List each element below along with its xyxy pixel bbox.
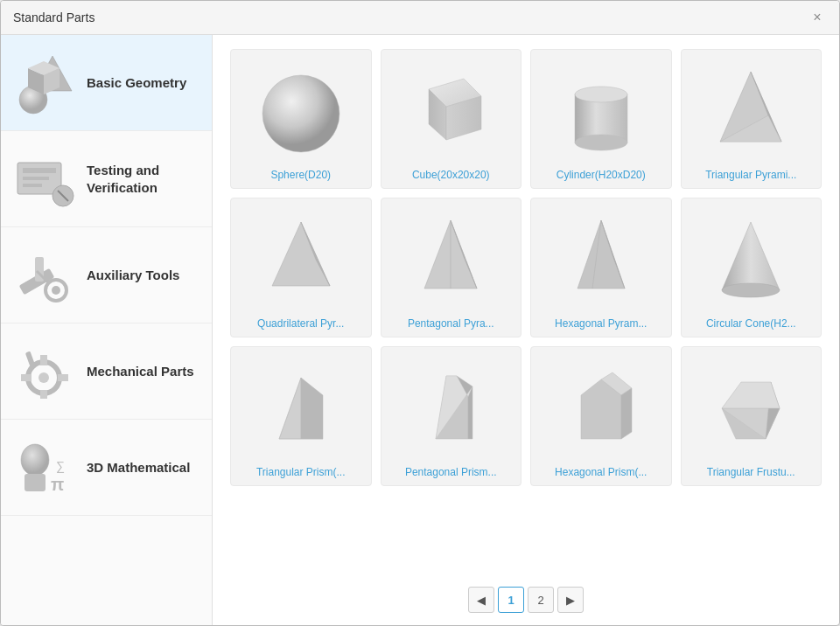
sidebar-item-label-mechanical-parts: Mechanical Parts — [87, 363, 194, 380]
shape-preview-circular-cone — [690, 207, 812, 312]
basic-geometry-icon — [10, 48, 80, 118]
svg-text:∑: ∑ — [56, 459, 65, 473]
shape-preview-cube — [389, 59, 512, 163]
svg-rect-21 — [58, 374, 68, 381]
svg-point-17 — [38, 372, 49, 383]
svg-point-33 — [575, 87, 627, 102]
svg-rect-22 — [25, 351, 36, 369]
sidebar-item-mechanical-parts[interactable]: Mechanical Parts — [1, 323, 212, 420]
standard-parts-dialog: Standard Parts × — [0, 0, 840, 626]
shape-card-6[interactable]: Hexagonal Pyram... — [530, 198, 672, 337]
svg-marker-45 — [722, 222, 780, 290]
shape-card-10[interactable]: Hexagonal Prism(... — [530, 346, 672, 486]
shapes-grid: Sphere(D20) — [213, 35, 839, 578]
shape-name-10: Hexagonal Prism(... — [555, 466, 647, 478]
next-page-button[interactable]: ▶ — [557, 587, 584, 613]
svg-rect-24 — [24, 474, 46, 491]
page-2-button[interactable]: 2 — [528, 587, 554, 613]
shape-card-3[interactable]: Triangular Pyrami... — [681, 49, 822, 189]
auxiliary-tools-icon — [10, 240, 80, 310]
sidebar-item-label-testing-verification: Testing and Verification — [87, 162, 203, 196]
svg-marker-60 — [722, 382, 780, 408]
shape-name-3: Triangular Pyrami... — [705, 169, 796, 181]
shape-preview-tri-prism — [240, 356, 362, 461]
sidebar-item-label-basic-geometry: Basic Geometry — [87, 74, 186, 92]
prev-page-button[interactable]: ◀ — [468, 587, 494, 613]
shape-card-11[interactable]: Triangular Frustu... — [681, 346, 822, 486]
shape-name-8: Triangular Prism(... — [256, 466, 346, 478]
shape-preview-tri-frustum — [690, 356, 812, 461]
shape-name-4: Quadrilateral Pyr... — [257, 317, 344, 330]
shape-card-0[interactable]: Sphere(D20) — [230, 49, 372, 189]
svg-point-14 — [52, 286, 60, 295]
svg-rect-18 — [40, 355, 47, 365]
shape-name-9: Pentagonal Prism... — [405, 466, 497, 478]
shape-preview-hex-prism — [540, 356, 662, 461]
main-content: Basic Geometry Testing and Verification — [1, 35, 839, 625]
shape-preview-cylinder — [540, 59, 662, 163]
dialog-title: Standard Parts — [13, 10, 94, 24]
shape-card-1[interactable]: Cube(20x20x20) — [381, 49, 522, 189]
svg-rect-20 — [21, 374, 32, 381]
sidebar-item-label-auxiliary-tools: Auxiliary Tools — [87, 267, 179, 284]
close-button[interactable]: × — [808, 8, 827, 27]
svg-point-23 — [21, 444, 49, 476]
sidebar-item-basic-geometry[interactable]: Basic Geometry — [1, 35, 212, 131]
svg-rect-8 — [23, 184, 42, 187]
title-bar: Standard Parts × — [1, 1, 839, 35]
3d-mathematical-icon: π ∑ — [10, 433, 80, 503]
shape-card-9[interactable]: Pentagonal Prism... — [381, 346, 522, 486]
svg-rect-19 — [40, 390, 47, 399]
svg-point-46 — [722, 283, 780, 297]
svg-text:π: π — [51, 475, 64, 494]
page-1-button[interactable]: 1 — [498, 587, 524, 613]
svg-marker-56 — [621, 388, 632, 439]
content-area: Sphere(D20) — [213, 35, 839, 625]
svg-point-27 — [262, 75, 340, 152]
shape-preview-penta-prism — [389, 356, 512, 461]
svg-rect-7 — [23, 177, 49, 180]
svg-marker-48 — [301, 378, 323, 439]
svg-point-32 — [575, 135, 627, 150]
shape-name-1: Cube(20x20x20) — [412, 169, 490, 181]
shape-preview-sphere — [240, 59, 362, 163]
sidebar: Basic Geometry Testing and Verification — [1, 35, 213, 625]
shape-name-2: Cylinder(H20xD20) — [556, 169, 646, 181]
shape-name-7: Circular Cone(H2... — [706, 317, 796, 330]
shape-card-4[interactable]: Quadrilateral Pyr... — [230, 198, 372, 337]
svg-marker-37 — [272, 222, 330, 286]
testing-verification-icon — [10, 144, 80, 214]
svg-marker-42 — [578, 220, 625, 289]
shape-name-0: Sphere(D20) — [270, 169, 331, 181]
sidebar-item-auxiliary-tools[interactable]: Auxiliary Tools — [1, 227, 212, 323]
shape-card-8[interactable]: Triangular Prism(... — [230, 346, 372, 486]
shape-preview-triangular-pyramid — [690, 59, 812, 163]
shape-name-11: Triangular Frustu... — [707, 466, 795, 478]
shape-preview-hex-pyramid — [540, 207, 662, 312]
shape-preview-penta-pyramid — [389, 207, 512, 312]
shape-card-7[interactable]: Circular Cone(H2... — [681, 198, 822, 337]
sidebar-item-3d-mathematical[interactable]: π ∑ 3D Mathematical — [1, 420, 212, 516]
sidebar-item-testing-verification[interactable]: Testing and Verification — [1, 131, 212, 227]
shape-card-2[interactable]: Cylinder(H20xD20) — [530, 49, 672, 189]
shape-preview-quad-pyramid — [240, 207, 362, 312]
svg-rect-6 — [23, 168, 56, 173]
mechanical-parts-icon — [10, 337, 80, 407]
sidebar-item-label-3d-mathematical: 3D Mathematical — [87, 459, 190, 476]
shape-name-5: Pentagonal Pyra... — [408, 317, 494, 330]
shape-card-5[interactable]: Pentagonal Pyra... — [381, 198, 522, 337]
pagination-bar: ◀ 1 2 ▶ — [213, 578, 839, 625]
shape-name-6: Hexagonal Pyram... — [555, 317, 647, 330]
